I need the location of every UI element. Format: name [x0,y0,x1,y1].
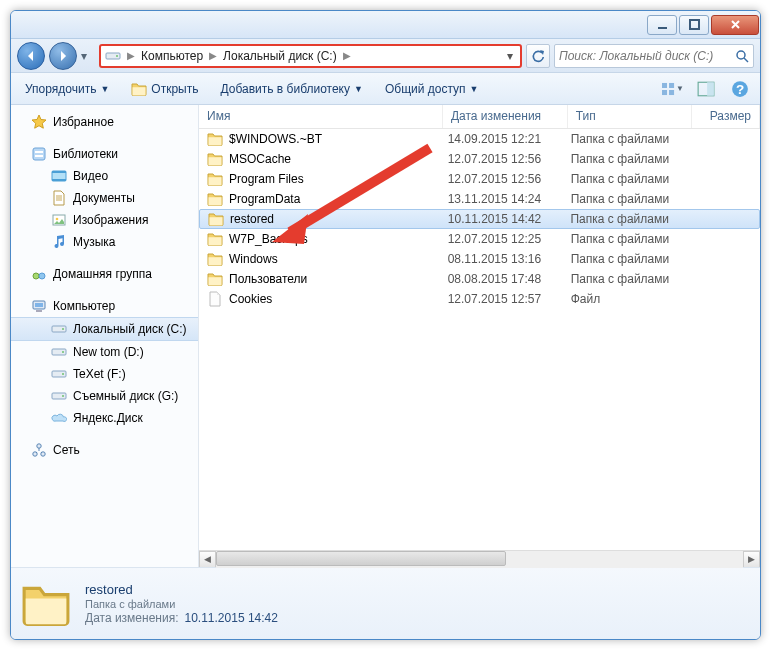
open-button[interactable]: Открыть [125,78,204,100]
chevron-down-icon: ▼ [354,84,363,94]
file-row[interactable]: W7P_Backups12.07.2015 12:25Папка с файла… [199,229,760,249]
nav-drive-d[interactable]: New tom (D:) [11,341,198,363]
details-pane: restored Папка с файлами Дата изменения:… [11,567,760,639]
chevron-right-icon[interactable]: ▶ [207,50,219,61]
nav-drive-g[interactable]: Съемный диск (G:) [11,385,198,407]
nav-music[interactable]: Музыка [11,231,198,253]
file-name: W7P_Backups [229,232,448,246]
homegroup-icon [31,266,47,282]
nav-yandex-disk[interactable]: Яндекс.Диск [11,407,198,429]
libraries-icon [31,146,47,162]
nav-network[interactable]: Сеть [11,439,198,461]
file-date: 13.11.2015 14:24 [448,192,571,206]
file-row[interactable]: Program Files12.07.2015 12:56Папка с фай… [199,169,760,189]
file-list[interactable]: $WINDOWS.~BT14.09.2015 12:21Папка с файл… [199,129,760,550]
file-name: Cookies [229,292,448,306]
file-name: $WINDOWS.~BT [229,132,448,146]
file-name: restored [230,212,448,226]
search-box[interactable] [554,44,754,68]
chevron-right-icon[interactable]: ▶ [125,50,137,61]
toolbar: Упорядочить ▼ Открыть Добавить в библиот… [11,73,760,105]
file-type: Файл [571,292,694,306]
address-bar[interactable]: ▶ Компьютер ▶ Локальный диск (C:) ▶ ▾ [99,44,522,68]
file-date: 10.11.2015 14:42 [448,212,571,226]
scroll-left-button[interactable]: ◀ [199,551,216,568]
column-size[interactable]: Размер [692,105,760,128]
file-row[interactable]: MSOCache12.07.2015 12:56Папка с файлами [199,149,760,169]
details-date-label: Дата изменения: [85,611,179,625]
file-row[interactable]: restored10.11.2015 14:42Папка с файлами [199,209,760,229]
column-type[interactable]: Тип [568,105,693,128]
nav-homegroup[interactable]: Домашняя группа [11,263,198,285]
preview-pane-button[interactable] [694,77,718,101]
forward-button[interactable] [49,42,77,70]
search-input[interactable] [559,49,735,63]
chevron-right-icon[interactable]: ▶ [341,50,353,61]
file-type: Папка с файлами [571,152,694,166]
nav-favorites[interactable]: Избранное [11,111,198,133]
chevron-down-icon: ▼ [100,84,109,94]
file-row[interactable]: $WINDOWS.~BT14.09.2015 12:21Папка с файл… [199,129,760,149]
column-name[interactable]: Имя [199,105,443,128]
file-name: Program Files [229,172,448,186]
file-date: 14.09.2015 12:21 [448,132,571,146]
file-row[interactable]: Cookies12.07.2015 12:57Файл [199,289,760,309]
svg-rect-21 [662,82,667,87]
maximize-button[interactable] [679,15,709,35]
nav-computer[interactable]: Компьютер [11,295,198,317]
details-date-value: 10.11.2015 14:42 [185,611,278,625]
file-name: Windows [229,252,448,266]
details-name: restored [85,582,278,597]
file-date: 08.08.2015 17:48 [448,272,571,286]
nav-pictures[interactable]: Изображения [11,209,198,231]
file-date: 12.07.2015 12:25 [448,232,571,246]
close-button[interactable] [711,15,759,35]
drive-icon [51,388,67,404]
drive-icon [51,366,67,382]
view-options-button[interactable]: ▼ [660,77,684,101]
help-button[interactable]: ? [728,77,752,101]
drive-icon [51,344,67,360]
file-type: Папка с файлами [571,132,694,146]
file-row[interactable]: Пользователи08.08.2015 17:48Папка с файл… [199,269,760,289]
column-headers: Имя Дата изменения Тип Размер [199,105,760,129]
address-dropdown-icon[interactable]: ▾ [504,49,516,63]
nav-drive-c[interactable]: Локальный диск (C:) [11,317,198,341]
breadcrumb-computer[interactable]: Компьютер [141,49,203,63]
file-type: Папка с файлами [571,192,694,206]
details-type: Папка с файлами [85,598,278,610]
svg-text:?: ? [736,81,744,96]
add-to-library-menu[interactable]: Добавить в библиотеку ▼ [214,79,368,99]
file-type: Папка с файлами [571,172,694,186]
svg-rect-24 [669,90,674,95]
file-row[interactable]: ProgramData13.11.2015 14:24Папка с файла… [199,189,760,209]
folder-icon [207,131,223,147]
back-button[interactable] [17,42,45,70]
organize-menu[interactable]: Упорядочить ▼ [19,79,115,99]
folder-icon [207,151,223,167]
file-row[interactable]: Windows08.11.2015 13:16Папка с файлами [199,249,760,269]
scroll-right-button[interactable]: ▶ [743,551,760,568]
column-date[interactable]: Дата изменения [443,105,568,128]
folder-open-icon [131,81,147,97]
file-type: Папка с файлами [571,272,694,286]
file-list-pane: Имя Дата изменения Тип Размер $WINDOWS.~… [199,105,760,567]
history-dropdown-icon[interactable]: ▾ [81,49,95,63]
folder-icon [208,211,224,227]
refresh-button[interactable] [526,44,550,68]
document-icon [51,190,67,206]
file-date: 12.07.2015 12:56 [448,172,571,186]
share-menu[interactable]: Общий доступ ▼ [379,79,485,99]
drive-icon [51,321,67,337]
minimize-button[interactable] [647,15,677,35]
breadcrumb-local-disk[interactable]: Локальный диск (C:) [223,49,337,63]
scroll-thumb[interactable] [216,551,506,566]
explorer-window: ▾ ▶ Компьютер ▶ Локальный диск (C:) ▶ ▾ … [10,10,761,640]
star-icon [31,114,47,130]
svg-point-20 [737,51,745,59]
horizontal-scrollbar[interactable]: ◀ ▶ [199,550,760,567]
nav-videos[interactable]: Видео [11,165,198,187]
nav-documents[interactable]: Документы [11,187,198,209]
nav-libraries[interactable]: Библиотеки [11,143,198,165]
nav-drive-f[interactable]: TeXet (F:) [11,363,198,385]
